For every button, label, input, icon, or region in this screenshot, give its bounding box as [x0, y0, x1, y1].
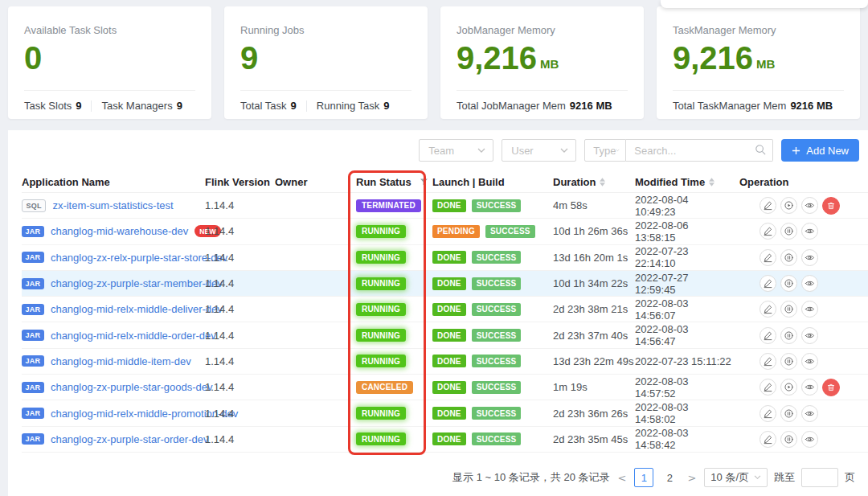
prev-page-icon[interactable]: < [616, 472, 628, 484]
app-name-link[interactable]: changlog-mid-relx-middle-order-dev [51, 330, 216, 342]
app-type-badge: JAR [22, 278, 44, 289]
eye-button[interactable] [801, 275, 818, 292]
duration-cell: 2d 23h 36m 26s [553, 408, 635, 420]
page-size-value: 10 条/页 [710, 470, 749, 485]
page-1-button[interactable]: 1 [634, 468, 653, 487]
edit-button[interactable] [760, 431, 776, 448]
flink-version-cell: 1.14.4 [205, 277, 275, 289]
play-button[interactable] [780, 197, 797, 214]
pause-button[interactable] [780, 223, 797, 240]
stat-card-value: 0 [24, 40, 45, 76]
eye-button[interactable] [801, 379, 818, 396]
stat-card-unit: MB [756, 57, 775, 71]
pause-button[interactable] [780, 353, 797, 370]
eye-button[interactable] [801, 353, 818, 370]
flink-version-cell: 1.14.4 [205, 381, 275, 393]
delete-button[interactable] [822, 379, 840, 396]
build-badge: SUCCESS [472, 303, 522, 316]
play-button[interactable] [780, 379, 797, 396]
modified-time-cell: 2022-08-03 14:58:42 [635, 427, 731, 451]
stat-card-footer: Total Task9Running Task9 [240, 100, 390, 112]
next-page-icon[interactable]: > [686, 472, 698, 484]
stat-card-value: 9,216 MB [673, 40, 775, 76]
team-select[interactable]: Team [419, 139, 493, 162]
edit-pencil-icon [763, 382, 773, 392]
pause-button[interactable] [780, 431, 797, 448]
duration-cell: 10d 1h 26m 36s [553, 225, 635, 237]
stat-card-title: Running Jobs [240, 24, 305, 36]
pause-button[interactable] [780, 249, 797, 266]
edit-button[interactable] [760, 275, 776, 292]
delete-button[interactable] [822, 197, 840, 215]
edit-button[interactable] [760, 223, 776, 240]
filter-funnel-icon[interactable] [420, 178, 428, 187]
pause-circle-icon [784, 356, 794, 367]
pause-button[interactable] [780, 301, 797, 318]
pause-button[interactable] [780, 405, 797, 422]
build-badge: SUCCESS [485, 225, 535, 238]
duration-cell: 1m 19s [553, 381, 635, 393]
stat-footer-item: Total TaskManager Mem9216 MB [673, 100, 833, 112]
stat-footer-item: Total JobManager Mem9216 MB [457, 100, 612, 112]
search-icon[interactable] [755, 144, 767, 156]
run-status-badge: RUNNING [356, 407, 406, 420]
chevron-down-icon [477, 148, 485, 154]
app-name-link[interactable]: changlog-mid-relx-middle-deliver-dev [51, 303, 223, 315]
eye-button[interactable] [801, 431, 818, 448]
pause-circle-icon [784, 226, 794, 236]
flink-version-cell: 1.14.4 [205, 330, 275, 342]
app-name-link[interactable]: changlog-zx-purple-star-order-dev [51, 433, 209, 445]
eye-button[interactable] [801, 405, 818, 422]
app-name-link[interactable]: changlog-zx-purple-star-goods-dev [51, 381, 213, 393]
eye-button[interactable] [801, 301, 818, 318]
duration-cell: 4m 58s [553, 199, 635, 211]
run-status-badge: RUNNING [356, 329, 406, 342]
run-status-badge: RUNNING [356, 225, 406, 238]
add-new-button[interactable]: Add New [781, 139, 859, 162]
edit-button[interactable] [760, 249, 776, 266]
edit-button[interactable] [760, 379, 776, 396]
search-input[interactable] [626, 139, 773, 162]
plus-icon [792, 146, 800, 155]
launch-badge: DONE [432, 432, 466, 445]
edit-button[interactable] [760, 301, 776, 318]
user-select[interactable]: User [502, 139, 576, 162]
eye-button[interactable] [801, 223, 818, 240]
edit-button[interactable] [760, 197, 776, 214]
eye-icon [805, 278, 815, 289]
edit-button[interactable] [760, 327, 776, 344]
stat-footer-label: Total TaskManager Mem [673, 100, 786, 112]
eye-button[interactable] [801, 197, 818, 214]
edit-button[interactable] [760, 353, 776, 370]
app-name-link[interactable]: changlog-zx-relx-purple-star-store-dev [51, 252, 227, 264]
sort-icon[interactable] [600, 178, 605, 187]
pause-button[interactable] [780, 275, 797, 292]
eye-icon [805, 330, 815, 341]
stat-card-footer: Total TaskManager Mem9216 MB [673, 100, 833, 112]
duration-cell: 10d 1h 34m 22s [553, 277, 635, 289]
app-name-link[interactable]: changlog-mid-warehouse-dev [51, 225, 188, 237]
run-status-badge: RUNNING [356, 251, 406, 264]
stat-card-title: JobManager Memory [457, 24, 555, 36]
duration-cell: 2d 23h 35m 45s [553, 433, 635, 445]
operation-cell [731, 223, 868, 240]
eye-button[interactable] [801, 327, 818, 344]
duration-cell: 2d 23h 37m 40s [553, 330, 635, 342]
edit-button[interactable] [760, 405, 776, 422]
type-select[interactable]: Type [584, 139, 626, 162]
operation-cell [731, 249, 868, 266]
app-name-link[interactable]: changlog-zx-purple-star-member-dev [51, 277, 223, 289]
jump-page-input[interactable] [801, 468, 838, 487]
sort-icon[interactable] [709, 178, 714, 187]
pagination-summary: 显示 1 ~ 10 条记录，共 20 条记录 [452, 470, 609, 485]
build-badge: SUCCESS [472, 329, 522, 342]
pause-button[interactable] [780, 327, 797, 344]
eye-button[interactable] [801, 249, 818, 266]
page-size-select[interactable]: 10 条/页 [704, 468, 768, 487]
app-name-link[interactable]: zx-item-sum-statistics-test [52, 199, 173, 211]
stat-card-footer: Total JobManager Mem9216 MB [457, 100, 612, 112]
type-select-placeholder: Type [593, 145, 616, 157]
app-name-link[interactable]: changlog-mid-middle-item-dev [51, 355, 191, 367]
page-2-button[interactable]: 2 [660, 468, 679, 487]
eye-icon [805, 382, 815, 392]
